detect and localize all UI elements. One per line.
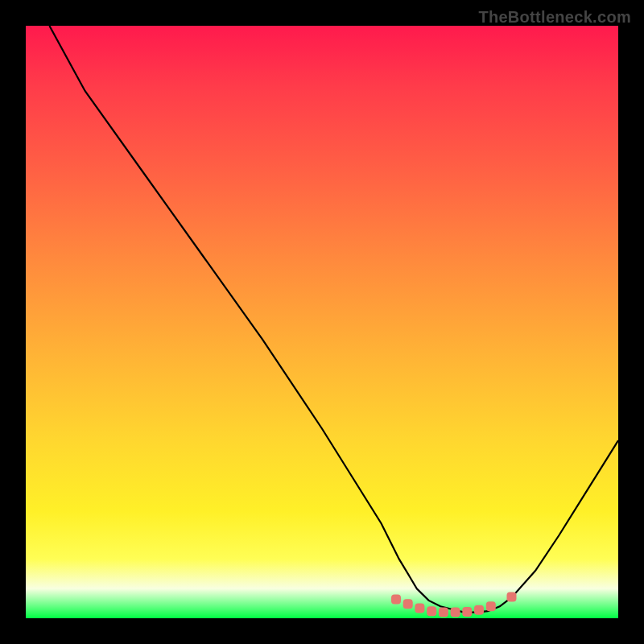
bottleneck-curve: [49, 26, 618, 613]
marker-point: [415, 604, 424, 613]
plot-area: [26, 26, 618, 618]
marker-point: [507, 592, 517, 602]
marker-point: [462, 607, 472, 617]
marker-point: [427, 606, 436, 616]
marker-point: [391, 594, 401, 604]
marker-point: [439, 608, 448, 617]
marker-point: [403, 599, 413, 609]
curve-layer: [26, 26, 618, 618]
marker-points: [391, 592, 517, 617]
marker-point: [451, 608, 460, 617]
marker-point: [486, 601, 496, 611]
chart-container: TheBottleneck.com: [0, 0, 644, 644]
watermark: TheBottleneck.com: [478, 8, 631, 27]
marker-point: [474, 605, 484, 615]
